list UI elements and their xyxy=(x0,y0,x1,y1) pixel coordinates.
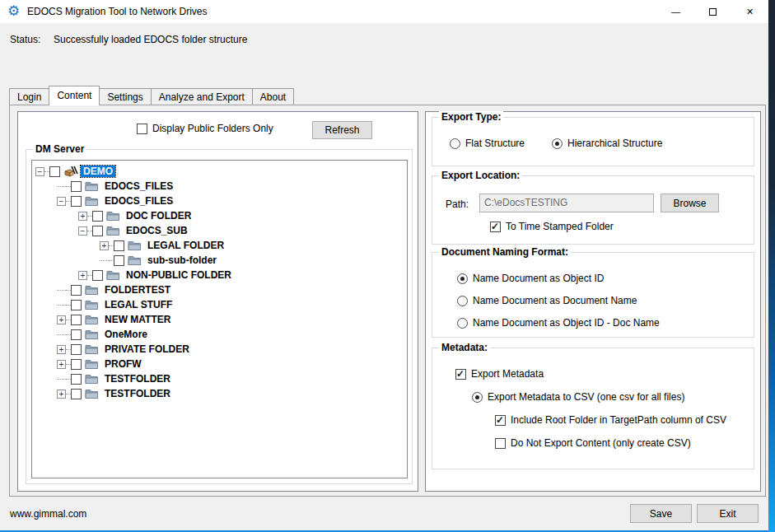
tab-strip: Login Content Settings Analyze and Expor… xyxy=(9,86,294,105)
expander-plus-icon[interactable]: + xyxy=(57,360,66,369)
tree-node-onemore[interactable]: OneMore xyxy=(32,327,407,342)
tree-node-label[interactable]: PRIVATE FOLDER xyxy=(102,343,192,355)
expander-plus-icon[interactable]: + xyxy=(57,345,66,354)
tree-checkbox[interactable] xyxy=(71,374,82,385)
tree-node-legal-folder[interactable]: +LEGAL FOLDER xyxy=(32,238,407,253)
tree-checkbox[interactable] xyxy=(71,344,82,355)
tree-node-label[interactable]: DOC FOLDER xyxy=(124,210,194,222)
folder-icon xyxy=(85,343,99,355)
display-public-folders-checkbox[interactable]: Display Public Folders Only xyxy=(137,123,273,134)
tree-node-sub-sub-folder[interactable]: sub-sub-folder xyxy=(32,253,407,268)
expander-plus-icon[interactable]: + xyxy=(57,390,66,399)
tree-indent xyxy=(32,379,57,380)
tree-node-label[interactable]: DEMO xyxy=(81,166,115,177)
tree-node-edocs-sub[interactable]: −EDOCS_SUB xyxy=(32,223,407,238)
save-button[interactable]: Save xyxy=(630,504,692,523)
tree-node-label[interactable]: PROFW xyxy=(102,358,144,370)
checkbox-label: Do Not Export Content (only create CSV) xyxy=(511,437,691,449)
tab-analyze-and-export[interactable]: Analyze and Export xyxy=(152,88,253,105)
export-metadata-to-csv-radio[interactable]: Export Metadata to CSV (one csv for all … xyxy=(472,391,684,403)
tree-node-testfolder[interactable]: +TESTFOLDER xyxy=(32,386,407,401)
expander-plus-icon[interactable]: + xyxy=(100,241,109,250)
close-button[interactable]: ✕ xyxy=(731,0,768,23)
tree-checkbox[interactable] xyxy=(114,255,124,266)
checkbox-icon xyxy=(495,438,506,449)
tree-indent xyxy=(32,245,100,246)
window-title: EDOCS Migration Tool to Network Drives xyxy=(27,6,208,17)
tree-node-edocs-files[interactable]: −EDOCS_FILES xyxy=(32,194,407,208)
tree-node-label[interactable]: EDOCS_FILES xyxy=(102,195,175,207)
expander-plus-icon[interactable]: + xyxy=(78,212,87,221)
tree-indent xyxy=(32,290,57,291)
tree-node-testfolder[interactable]: TESTFOLDER xyxy=(32,371,407,386)
include-root-folder-checkbox[interactable]: Include Root Folder in TargetPath column… xyxy=(495,414,726,426)
exit-button[interactable]: Exit xyxy=(697,504,759,523)
radio-label: Export Metadata to CSV (one csv for all … xyxy=(488,391,684,403)
expander-plus-icon[interactable]: + xyxy=(78,271,87,280)
tree-node-label[interactable]: EDOCS_FILES xyxy=(102,180,175,192)
browse-button[interactable]: Browse xyxy=(661,194,719,212)
expander-plus-icon[interactable]: + xyxy=(57,315,66,324)
titlebar[interactable]: ⚙ EDOCS Migration Tool to Network Drives… xyxy=(0,0,768,23)
tree-checkbox[interactable] xyxy=(114,240,124,251)
folder-tree[interactable]: −DEMOEDOCS_FILES−EDOCS_FILES+DOC FOLDER−… xyxy=(31,160,408,478)
export-metadata-checkbox[interactable]: Export Metadata xyxy=(455,368,544,380)
tree-node-label[interactable]: FOLDERTEST xyxy=(102,284,173,296)
tree-connector xyxy=(57,186,66,187)
tab-content[interactable]: Content xyxy=(49,86,100,105)
tree-node-edocs-files[interactable]: EDOCS_FILES xyxy=(32,179,407,194)
tree-checkbox[interactable] xyxy=(92,211,103,222)
maximize-button[interactable] xyxy=(694,0,731,23)
tree-checkbox[interactable] xyxy=(71,329,82,340)
minimize-button[interactable]: — xyxy=(657,0,694,23)
name-as-document-name-radio[interactable]: Name Document as Document Name xyxy=(457,295,637,306)
do-not-export-content-checkbox[interactable]: Do Not Export Content (only create CSV) xyxy=(495,437,691,449)
tree-checkbox[interactable] xyxy=(71,389,82,399)
time-stamped-folder-checkbox[interactable]: To Time Stamped Folder xyxy=(490,221,614,232)
tree-checkbox[interactable] xyxy=(49,166,60,177)
metadata-label: Metadata: xyxy=(439,342,490,353)
dm-server-group: DM Server −DEMOEDOCS_FILES−EDOCS_FILES+D… xyxy=(26,149,413,484)
hierarchical-structure-radio[interactable]: Hierarchical Structure xyxy=(552,138,662,149)
tree-node-label[interactable]: sub-sub-folder xyxy=(145,254,219,266)
tree-node-label[interactable]: NON-PUBLIC FOLDER xyxy=(124,269,234,281)
tree-checkbox[interactable] xyxy=(92,226,103,236)
tree-node-new-matter[interactable]: +NEW MATTER xyxy=(32,312,407,327)
tree-checkbox[interactable] xyxy=(92,270,103,281)
tree-checkbox[interactable] xyxy=(71,196,82,207)
tree-node-doc-folder[interactable]: +DOC FOLDER xyxy=(32,208,407,223)
flat-structure-radio[interactable]: Flat Structure xyxy=(450,138,525,149)
tree-node-profw[interactable]: +PROFW xyxy=(32,357,407,371)
tab-settings[interactable]: Settings xyxy=(100,88,151,105)
tab-about[interactable]: About xyxy=(253,88,294,105)
tree-node-label[interactable]: OneMore xyxy=(102,329,150,340)
expander-minus-icon[interactable]: − xyxy=(57,197,66,206)
tree-node-label[interactable]: TESTFOLDER xyxy=(102,388,173,399)
tree-checkbox[interactable] xyxy=(71,285,82,296)
tree-indent xyxy=(32,320,57,320)
name-as-object-id-doc-name-radio[interactable]: Name Document as Object ID - Doc Name xyxy=(457,317,660,329)
tree-node-label[interactable]: EDOCS_SUB xyxy=(124,225,190,236)
tree-checkbox[interactable] xyxy=(71,359,82,370)
tree-checkbox[interactable] xyxy=(71,300,82,310)
status-label: Status: xyxy=(10,34,40,45)
tree-node-label[interactable]: NEW MATTER xyxy=(102,314,173,325)
tree-node-label[interactable]: LEGAL FOLDER xyxy=(145,240,226,251)
tree-node-demo[interactable]: −DEMO xyxy=(32,164,407,179)
tree-checkbox[interactable] xyxy=(71,181,82,192)
tree-node-label[interactable]: LEGAL STUFF xyxy=(102,299,175,310)
expander-minus-icon[interactable]: − xyxy=(78,226,87,236)
tree-node-label[interactable]: TESTFOLDER xyxy=(102,373,173,385)
tree-node-foldertest[interactable]: FOLDERTEST xyxy=(32,282,407,297)
tree-node-legal-stuff[interactable]: LEGAL STUFF xyxy=(32,297,407,312)
tree-node-private-folder[interactable]: +PRIVATE FOLDER xyxy=(32,342,407,357)
checkbox-icon xyxy=(137,124,147,134)
tree-node-non-public-folder[interactable]: +NON-PUBLIC FOLDER xyxy=(32,268,407,282)
tree-checkbox[interactable] xyxy=(71,315,82,325)
refresh-button[interactable]: Refresh xyxy=(312,121,372,139)
expander-minus-icon[interactable]: − xyxy=(35,167,44,176)
radio-icon xyxy=(457,296,468,306)
checkbox-label: To Time Stamped Folder xyxy=(506,221,614,232)
tab-login[interactable]: Login xyxy=(9,88,49,105)
name-as-object-id-radio[interactable]: Name Document as Object ID xyxy=(457,273,604,284)
